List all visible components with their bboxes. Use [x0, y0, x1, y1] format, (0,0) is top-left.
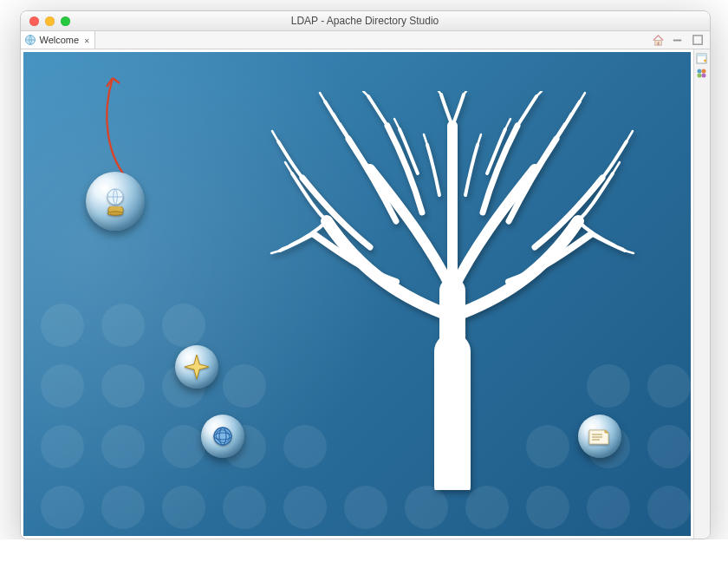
client-area [21, 49, 710, 539]
welcome-tab-icon [24, 34, 36, 46]
svg-point-14 [702, 69, 706, 74]
open-perspective-icon[interactable] [696, 53, 707, 64]
svg-rect-4 [692, 35, 701, 43]
svg-point-6 [107, 212, 123, 215]
svg-point-16 [702, 74, 706, 78]
app-window: LDAP - Apache Directory Studio Welcome ✕ [20, 10, 711, 539]
home-icon[interactable] [652, 34, 665, 47]
sphere-wire-icon [211, 424, 235, 448]
whats-new-link[interactable] [578, 415, 621, 458]
svg-point-13 [698, 69, 702, 74]
maximize-icon[interactable] [692, 34, 705, 47]
newspaper-icon [587, 425, 613, 448]
overview-link[interactable] [86, 172, 145, 231]
welcome-page [21, 49, 693, 539]
window-close-button[interactable] [29, 16, 39, 26]
tabbar: Welcome ✕ [21, 31, 710, 49]
titlebar: LDAP - Apache Directory Studio [21, 11, 710, 31]
window-controls [21, 16, 70, 26]
samples-link[interactable] [201, 415, 244, 458]
perspective-switcher [693, 49, 710, 539]
tab-close-icon[interactable]: ✕ [84, 36, 89, 45]
svg-rect-12 [697, 54, 706, 56]
globe-icon [98, 184, 133, 219]
window-zoom-button[interactable] [61, 16, 70, 26]
ldap-perspective-icon[interactable] [696, 68, 707, 79]
tab-label: Welcome [40, 35, 80, 45]
minimize-icon[interactable] [672, 34, 685, 47]
window-title: LDAP - Apache Directory Studio [21, 15, 710, 27]
star-icon [184, 354, 210, 380]
window-minimize-button[interactable] [45, 16, 55, 26]
tutorials-link[interactable] [175, 345, 218, 389]
toolbar-right [652, 31, 710, 49]
tab-welcome[interactable]: Welcome ✕ [21, 31, 96, 49]
svg-rect-3 [673, 39, 680, 41]
svg-point-15 [698, 74, 702, 78]
svg-rect-2 [657, 42, 659, 45]
